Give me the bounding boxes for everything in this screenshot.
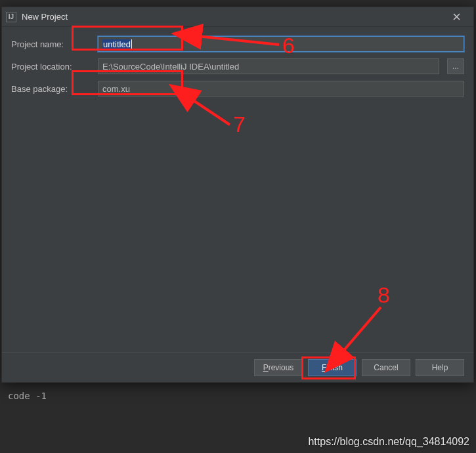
row-project-name: Project name: untitled: [11, 36, 464, 52]
row-project-location: Project location: ...: [11, 58, 464, 74]
label-project-location: Project location:: [11, 62, 90, 72]
browse-location-button[interactable]: ...: [447, 58, 464, 74]
previous-rest: revious: [269, 363, 294, 372]
dialog-content: Project name: untitled Project location:…: [2, 27, 473, 352]
terminal-line: code -1: [8, 391, 47, 401]
row-base-package: Base package:: [11, 81, 464, 97]
project-name-input[interactable]: untitled: [98, 36, 464, 52]
new-project-dialog: IJ New Project Project name: untitled Pr…: [1, 7, 474, 383]
dialog-titlebar: IJ New Project: [2, 7, 473, 27]
project-location-input[interactable]: [98, 58, 439, 74]
help-button[interactable]: Help: [416, 359, 464, 376]
watermark-text: https://blog.csdn.net/qq_34814092: [308, 436, 469, 448]
text-caret: [131, 39, 132, 49]
label-base-package: Base package:: [11, 84, 90, 94]
intellij-icon: IJ: [6, 12, 16, 22]
terminal-output: code -1: [0, 384, 476, 417]
project-name-value: untitled: [102, 39, 131, 49]
base-package-input[interactable]: [98, 81, 464, 97]
finish-button[interactable]: Finish: [308, 359, 357, 376]
close-icon: [453, 13, 460, 20]
label-project-name: Project name:: [11, 39, 90, 49]
finish-rest: inish: [326, 363, 343, 372]
previous-button[interactable]: Previous: [254, 359, 303, 376]
dialog-title: New Project: [22, 12, 443, 22]
cancel-button[interactable]: Cancel: [362, 359, 410, 376]
close-button[interactable]: [443, 7, 469, 27]
dialog-button-bar: Previous Finish Cancel Help: [2, 352, 473, 382]
